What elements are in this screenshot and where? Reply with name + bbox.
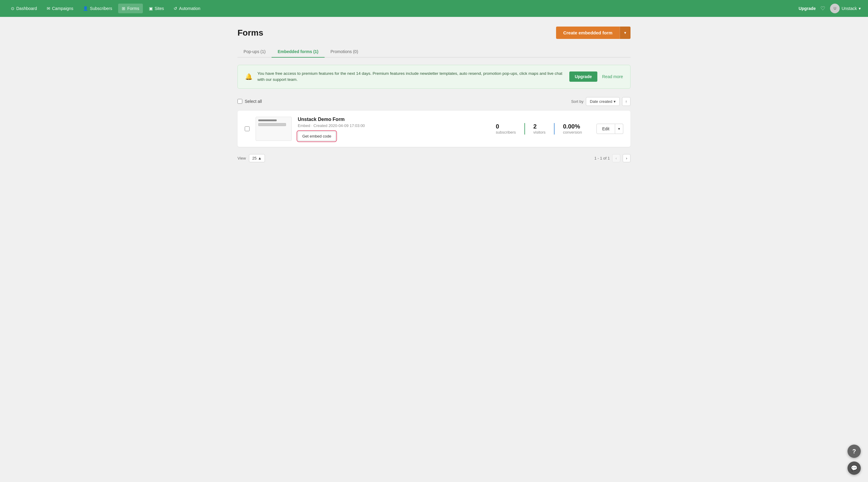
nav-label-subscribers: Subscribers — [90, 6, 112, 11]
nav-left: ⊙ Dashboard ✉ Campaigns 👤 Subscribers ⊞ … — [7, 4, 799, 13]
sort-wrapper: Sort by Date created ▾ ↑ — [571, 97, 630, 106]
sort-direction-button[interactable]: ↑ — [622, 97, 631, 106]
per-page-select[interactable]: 25 ▲ — [249, 154, 265, 162]
per-page-arrow: ▲ — [258, 156, 261, 161]
conversion-label: conversion — [563, 130, 582, 135]
create-embedded-form-button[interactable]: Create embedded form — [556, 27, 620, 39]
sort-by-label: Sort by — [571, 99, 584, 104]
form-meta: Embed · Created 2020-04-09 17:03:00 — [298, 123, 481, 128]
nav-item-campaigns[interactable]: ✉ Campaigns — [43, 4, 77, 13]
pagination-info: 1 - 1 of 1 ‹ › — [594, 154, 630, 162]
visitors-label: visitors — [533, 130, 546, 135]
banner-text: You have free access to premium features… — [257, 70, 564, 83]
automation-icon: ↺ — [174, 6, 177, 11]
form-card: Unstack Demo Form Embed · Created 2020-0… — [238, 111, 630, 147]
nav-heart-icon[interactable]: ♡ — [820, 5, 825, 12]
tab-promotions[interactable]: Promotions (0) — [324, 46, 364, 58]
campaigns-icon: ✉ — [47, 6, 50, 11]
subscribers-icon: 👤 — [83, 6, 88, 11]
visitors-value: 2 — [533, 123, 546, 130]
subscribers-label: subscribers — [496, 130, 516, 135]
edit-button[interactable]: Edit — [596, 124, 615, 134]
nav-item-sites[interactable]: ▣ Sites — [145, 4, 167, 13]
thumb-input-line — [258, 123, 286, 126]
form-row-checkbox[interactable] — [245, 126, 250, 131]
next-page-button[interactable]: › — [623, 154, 630, 162]
create-btn-wrapper: Create embedded form ▾ — [556, 27, 630, 39]
pagination-bar: View 25 ▲ 1 - 1 of 1 ‹ › — [238, 154, 630, 162]
select-all-checkbox[interactable] — [238, 99, 242, 104]
conversion-value: 0.00% — [563, 123, 582, 130]
nav-user-chevron: ▾ — [859, 6, 861, 11]
form-actions: Edit ▾ — [596, 124, 623, 134]
main-content: Forms Create embedded form ▾ Pop-ups (1)… — [223, 17, 645, 172]
conversion-stat: 0.00% conversion — [554, 123, 590, 135]
sort-date-button[interactable]: Date created ▾ — [586, 97, 619, 106]
nav-right: Upgrade ♡ U Unstack ▾ — [799, 4, 861, 13]
form-info: Unstack Demo Form Embed · Created 2020-0… — [298, 117, 481, 141]
view-label: View — [238, 156, 246, 161]
subscribers-stat: 0 subscribers — [487, 123, 524, 135]
sort-chevron-icon: ▾ — [614, 99, 616, 104]
premium-banner: 🔔 You have free access to premium featur… — [238, 65, 630, 89]
forms-icon: ⊞ — [122, 6, 125, 11]
avatar: U — [830, 4, 840, 13]
bell-icon: 🔔 — [245, 73, 253, 80]
banner-upgrade-button[interactable]: Upgrade — [569, 72, 597, 82]
help-button[interactable]: ? — [847, 445, 861, 458]
prev-page-button[interactable]: ‹ — [612, 154, 620, 162]
nav-item-subscribers[interactable]: 👤 Subscribers — [79, 4, 116, 13]
nav-item-forms[interactable]: ⊞ Forms — [118, 4, 143, 13]
page-header: Forms Create embedded form ▾ — [238, 27, 630, 39]
form-name: Unstack Demo Form — [298, 117, 481, 122]
sort-option-label: Date created — [590, 99, 612, 104]
thumb-title-line — [258, 119, 277, 121]
edit-dropdown-button[interactable]: ▾ — [615, 124, 623, 134]
subscribers-value: 0 — [496, 123, 516, 130]
view-wrapper: View 25 ▲ — [238, 154, 265, 162]
chat-button[interactable]: 💬 — [847, 461, 861, 475]
main-nav: ⊙ Dashboard ✉ Campaigns 👤 Subscribers ⊞ … — [0, 0, 868, 17]
nav-user-name: Unstack — [841, 6, 857, 11]
create-btn-dropdown-arrow[interactable]: ▾ — [620, 27, 630, 39]
nav-upgrade-link[interactable]: Upgrade — [799, 6, 816, 11]
per-page-value: 25 — [252, 156, 256, 161]
visitors-stat: 2 visitors — [524, 123, 554, 135]
banner-read-more-link[interactable]: Read more — [602, 74, 623, 79]
nav-label-dashboard: Dashboard — [16, 6, 37, 11]
form-thumbnail — [255, 117, 292, 141]
banner-actions: Upgrade Read more — [569, 72, 623, 82]
nav-user[interactable]: U Unstack ▾ — [830, 4, 861, 13]
tab-embedded-forms[interactable]: Embedded forms (1) — [272, 46, 324, 58]
select-all-label[interactable]: Select all — [245, 99, 262, 104]
nav-label-forms: Forms — [127, 6, 139, 11]
list-toolbar: Select all Sort by Date created ▾ ↑ — [238, 97, 630, 106]
nav-item-automation[interactable]: ↺ Automation — [170, 4, 204, 13]
nav-label-automation: Automation — [179, 6, 200, 11]
get-embed-code-button[interactable]: Get embed code — [298, 132, 336, 141]
nav-label-campaigns: Campaigns — [52, 6, 73, 11]
sites-icon: ▣ — [149, 6, 153, 11]
dashboard-icon: ⊙ — [11, 6, 14, 11]
form-stats: 0 subscribers 2 visitors 0.00% conversio… — [487, 123, 590, 135]
page-range-text: 1 - 1 of 1 — [594, 156, 610, 161]
nav-label-sites: Sites — [155, 6, 164, 11]
select-all-wrapper: Select all — [238, 99, 262, 104]
nav-item-dashboard[interactable]: ⊙ Dashboard — [7, 4, 41, 13]
tabs-bar: Pop-ups (1) Embedded forms (1) Promotion… — [238, 46, 630, 58]
page-title: Forms — [238, 28, 264, 38]
tab-popups[interactable]: Pop-ups (1) — [238, 46, 272, 58]
